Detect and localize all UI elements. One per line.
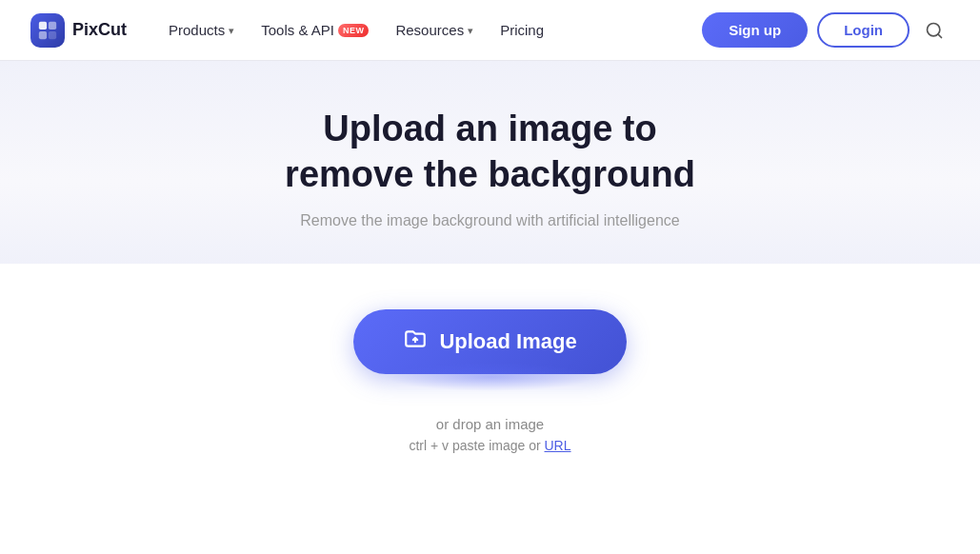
login-button[interactable]: Login <box>817 12 910 48</box>
nav-label-pricing: Pricing <box>500 22 544 38</box>
nav-item-tools-api[interactable]: Tools & API NEW <box>250 14 380 46</box>
nav-label-products: Products <box>169 22 225 38</box>
nav-item-products[interactable]: Products ▾ <box>157 14 246 46</box>
upload-btn-wrapper: Upload Image <box>353 309 626 374</box>
nav-label-resources: Resources <box>395 22 464 38</box>
new-badge: NEW <box>338 24 370 37</box>
svg-rect-1 <box>49 21 56 29</box>
signup-button[interactable]: Sign up <box>702 12 808 48</box>
hero-section: Upload an image to remove the background… <box>0 61 980 264</box>
svg-rect-0 <box>39 21 47 29</box>
chevron-down-icon: ▾ <box>229 25 234 37</box>
chevron-down-icon-2: ▾ <box>468 25 473 37</box>
svg-line-5 <box>938 33 942 37</box>
navbar: PixCut Products ▾ Tools & API NEW Resour… <box>0 0 980 61</box>
search-button[interactable] <box>919 15 950 46</box>
logo-text: PixCut <box>72 20 127 40</box>
svg-rect-3 <box>49 30 56 38</box>
upload-button[interactable]: Upload Image <box>353 309 626 374</box>
hero-title-line2: remove the background <box>285 154 695 194</box>
search-icon <box>925 21 944 40</box>
drop-text: or drop an image <box>436 416 544 432</box>
nav-item-resources[interactable]: Resources ▾ <box>384 14 485 46</box>
hero-subtitle: Remove the image background with artific… <box>30 212 950 229</box>
paste-prefix: ctrl + v paste image or <box>409 438 544 453</box>
nav-label-tools-api: Tools & API <box>261 22 334 38</box>
nav-item-pricing[interactable]: Pricing <box>489 14 555 46</box>
logo-link[interactable]: PixCut <box>30 13 127 48</box>
hero-title-line1: Upload an image to <box>323 109 656 148</box>
upload-section: Upload Image or drop an image ctrl + v p… <box>0 264 980 491</box>
nav-links: Products ▾ Tools & API NEW Resources ▾ P… <box>157 14 702 46</box>
logo-icon <box>30 13 65 48</box>
paste-text: ctrl + v paste image or URL <box>409 438 570 453</box>
nav-actions: Sign up Login <box>702 12 950 48</box>
folder-upload-icon <box>403 326 428 351</box>
hero-title: Upload an image to remove the background <box>30 107 950 197</box>
url-link[interactable]: URL <box>545 438 571 453</box>
upload-button-label: Upload Image <box>439 329 576 354</box>
svg-rect-2 <box>39 30 47 38</box>
upload-icon <box>403 326 428 357</box>
